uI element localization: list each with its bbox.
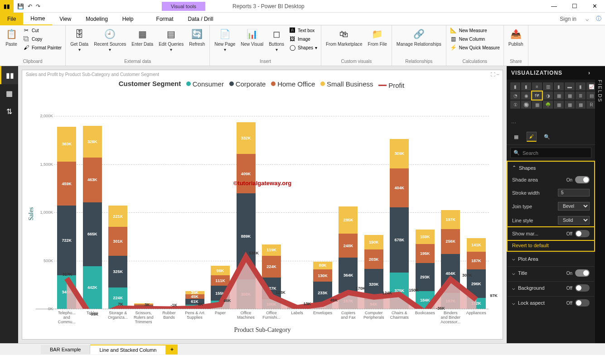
lockaspect-header[interactable]: ⌵Lock aspectOff [508,296,594,309]
title-prop-header[interactable]: ⌵TitleOn [508,266,594,279]
line-style-select[interactable]: Solid [558,216,590,225]
copy-button[interactable]: ⿻Copy [22,35,63,43]
bar-column[interactable]: 221K301K325K224K [107,92,129,309]
new-page-button[interactable]: 📄New Page▾ [213,26,237,53]
get-data-button[interactable]: 🗄Get Data▾ [68,26,90,53]
plotarea-header[interactable]: ⌵Plot Area [508,253,594,264]
viz-type-13[interactable]: ▦ [565,91,575,100]
buttons-button[interactable]: ◻Buttons▾ [267,26,286,53]
maximize-button[interactable]: ☐ [564,0,585,13]
format-tab-icon[interactable]: 🖌 [527,132,537,142]
viz-type-17[interactable]: 🔘 [521,101,531,109]
viz-type-3[interactable]: ▥ [543,82,553,91]
join-type-select[interactable]: Bevel [558,202,590,211]
paste-button[interactable]: 📋Paste [3,26,20,48]
from-file-button[interactable]: 📁From File [366,26,389,48]
viz-type-22[interactable]: ▦ [576,101,586,109]
viz-type-12[interactable]: ▦ [554,91,564,100]
bar-column[interactable]: 96K111K155K84K [209,92,231,309]
page-tab-bar-example[interactable]: BAR Example [41,345,90,354]
file-tab[interactable]: File [0,13,23,25]
add-page-button[interactable]: + [166,345,178,354]
show-marker-toggle[interactable] [575,230,590,237]
textbox-button[interactable]: 🅰Text box [288,26,318,34]
bar-column[interactable]: 197K256K404K167K [440,92,461,309]
viz-type-20[interactable]: ▦ [554,101,564,109]
manage-relationships-button[interactable]: 🔗Manage Relationships [395,26,443,48]
bar-column[interactable]: 150K203K320K94K [363,92,385,309]
bar-column[interactable]: 285K248K364K167K [337,92,359,309]
redo-icon[interactable]: ↷ [36,3,40,10]
image-button[interactable]: 🖼Image [288,35,318,43]
chart-visual[interactable]: Sales and Profit by Product Sub-Category… [22,70,503,340]
edit-queries-button[interactable]: ▤Edit Queries▾ [157,26,185,53]
viz-type-1[interactable]: ▮ [521,82,531,91]
shapes-button[interactable]: ◯Shapes ▾ [288,43,318,52]
view-tab[interactable]: View [52,13,78,25]
bar-column[interactable]: 332K409K889K308K [235,92,257,309]
modeling-tab[interactable]: Modeling [78,13,115,25]
enter-data-button[interactable]: ▦Enter Data [130,26,155,48]
from-marketplace-button[interactable]: 🛍From Marketplace [324,26,364,48]
bar-column[interactable]: 35K45K61K45K [184,92,205,309]
publish-button[interactable]: 📤Publish [507,26,525,48]
bar-column[interactable]: 150K195K293K184K [414,92,436,309]
bar-column[interactable] [286,92,308,309]
model-view-icon[interactable]: ⇅ [0,102,18,120]
help-tab[interactable]: Help [115,13,141,25]
new-visual-button[interactable]: 📊New Visual [239,26,265,48]
new-quick-measure-button[interactable]: ⚡New Quick Measure [449,43,501,52]
analytics-tab-icon[interactable]: 🔍 [542,132,552,142]
page-tab-line-stacked[interactable]: Line and Stacked Column [90,345,166,354]
bar-column[interactable] [158,92,180,309]
help-icon[interactable]: ⓘ [592,15,605,23]
fields-tab-icon[interactable]: ▦ [511,132,521,142]
viz-type-0[interactable]: ▮ [510,82,520,91]
shapes-header[interactable]: ⌃Shapes [508,162,594,173]
save-icon[interactable]: 💾 [17,3,24,10]
bar-column[interactable] [132,92,154,309]
vizpane-collapse-icon[interactable]: › [588,70,590,76]
new-measure-button[interactable]: 📐New Measure [449,26,501,34]
title-toggle[interactable] [575,269,590,277]
close-button[interactable]: ✕ [585,0,605,13]
bar-column[interactable]: 80K130K233K48K [312,92,334,309]
background-toggle[interactable] [575,284,590,292]
stroke-width-input[interactable] [558,189,590,196]
format-search-input[interactable]: 🔍 Search [510,148,591,158]
help-dropdown-icon[interactable]: ⌵ [582,16,592,22]
data-view-icon[interactable]: ▦ [0,84,18,102]
more-visuals-icon[interactable]: ⋯ [507,120,595,129]
refresh-button[interactable]: 🔄Refresh [187,26,207,48]
bar-column[interactable]: 119K224K227K100K [261,92,282,309]
report-canvas[interactable]: Sales and Profit by Product Sub-Category… [18,66,507,343]
viz-type-16[interactable]: ① [510,101,520,109]
sign-in-link[interactable]: Sign in [554,16,582,22]
report-view-icon[interactable]: ▮▮ [0,66,18,84]
fields-pane-collapsed[interactable]: FIELDS [595,66,605,343]
cut-button[interactable]: ✂Cut [22,26,63,34]
datadrill-tab[interactable]: Data / Drill [181,13,221,25]
viz-type-21[interactable]: ▦ [565,101,575,109]
minimize-button[interactable]: — [544,0,564,13]
lockaspect-toggle[interactable] [575,299,590,307]
new-column-button[interactable]: ▥New Column [449,35,501,43]
format-tab[interactable]: Format [149,13,181,25]
viz-type-9[interactable]: ◉ [521,91,531,100]
undo-icon[interactable]: ↶ [28,3,32,10]
shade-area-toggle[interactable] [575,176,590,183]
viz-type-6[interactable]: ▮ [576,82,586,91]
revert-to-default[interactable]: Revert to default [508,240,594,251]
viz-type-14[interactable]: ≣ [576,91,586,100]
background-header[interactable]: ⌵BackgroundOff [508,281,594,294]
focus-mode-icon[interactable]: ⛶ ⋯ [491,72,499,77]
viz-type-5[interactable]: ▬ [565,82,575,91]
bar-column[interactable]: 306K404K678K375K [388,92,410,309]
viz-type-18[interactable]: ▦ [532,101,542,109]
viz-type-8[interactable]: ◔ [510,91,520,100]
bar-column[interactable]: 326K463K665K442K [81,92,103,309]
viz-type-10[interactable]: 🗺 [532,91,542,100]
viz-type-11[interactable]: ◑ [543,91,553,100]
home-tab[interactable]: Home [23,13,52,25]
viz-type-2[interactable]: ≡ [532,82,542,91]
